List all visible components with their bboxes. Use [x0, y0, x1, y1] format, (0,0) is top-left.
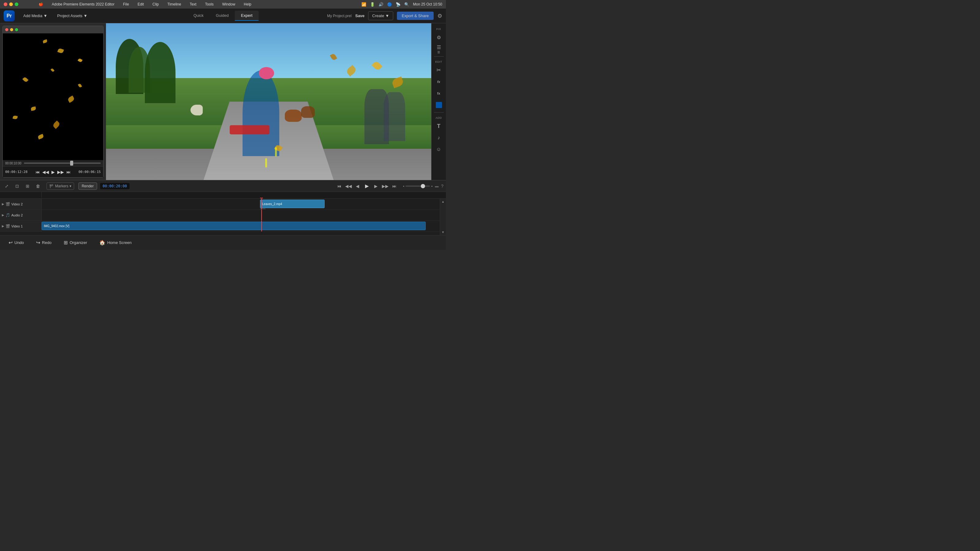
monitor-video — [3, 33, 103, 160]
add-media-button[interactable]: Add Media ▼ — [20, 12, 51, 20]
text-button[interactable]: T — [433, 121, 445, 132]
monitor-forward-end-button[interactable]: ⏭ — [66, 169, 72, 175]
home-screen-button[interactable]: 🏠 Home Screen — [95, 238, 135, 247]
panels-button[interactable]: ☰ ☰ — [433, 43, 445, 54]
fx-text-icon: fx — [438, 92, 441, 95]
tl-play-button[interactable]: ▶ — [363, 182, 371, 191]
timeline-zoom-slider[interactable] — [406, 186, 430, 187]
timeline-tool-3[interactable]: ⊞ — [23, 182, 32, 191]
music-button[interactable]: ♪ — [433, 132, 445, 143]
track-content-video1[interactable]: IMG_9402.mov [V] — [41, 221, 446, 232]
track-video-icon-1: 🎬 — [5, 224, 10, 229]
tl-go-end-button[interactable]: ⏭ — [390, 182, 399, 191]
clip-leaves-icon: ✕ — [260, 208, 266, 210]
timeline-menu[interactable]: Timeline — [165, 2, 183, 7]
timeline-tool-2[interactable]: ⊡ — [13, 182, 21, 191]
clip-leaves-2[interactable]: Leaves_2.mp4 — [260, 200, 325, 208]
tl-back-button[interactable]: ◀ — [353, 182, 362, 191]
timeline-zoom-control: ▪ ▪ ▬ ? — [403, 184, 444, 189]
monitor-forward-button[interactable]: ▶▶ — [57, 169, 65, 175]
fx-script-button[interactable]: fx — [433, 76, 445, 87]
timeline-delete-button[interactable]: 🗑 — [34, 182, 42, 191]
fix-button[interactable]: ⚙ — [433, 32, 445, 43]
scroll-down-button[interactable]: ▼ — [440, 229, 446, 235]
tl-prev-frame-button[interactable]: ◀◀ — [344, 182, 353, 191]
color-button[interactable] — [433, 100, 445, 111]
scroll-up-button[interactable]: ▲ — [440, 198, 446, 205]
preview-image — [106, 23, 431, 180]
project-assets-button[interactable]: Project Assets ▼ — [54, 12, 91, 20]
zoom-out-icon[interactable]: ▪ — [403, 184, 404, 188]
track-name-video1: Video 1 — [11, 224, 23, 228]
save-button[interactable]: Save — [355, 13, 364, 18]
track-video-icon-2: 🎬 — [5, 202, 10, 206]
scrubber-track[interactable] — [24, 162, 101, 164]
timeline-scroll[interactable]: ▲ ▼ — [440, 198, 446, 235]
fx-text-button[interactable]: fx — [433, 88, 445, 99]
monitor-rewind-start-button[interactable]: ⏮ — [35, 169, 40, 175]
monitor-rewind-button[interactable]: ◀◀ — [41, 169, 49, 175]
help-menu[interactable]: Help — [242, 2, 253, 7]
track-expand-video2[interactable]: ▶ — [2, 202, 4, 206]
tl-go-start-button[interactable]: ⏮ — [335, 182, 344, 191]
clip-menu[interactable]: Clip — [151, 2, 161, 7]
file-menu[interactable]: File — [121, 2, 131, 7]
track-content-video2[interactable]: Leaves_2.mp4 ✕ — [41, 198, 446, 210]
mac-titlebar: 🍎 Adobe Premiere Elements 2022 Editor Fi… — [0, 0, 446, 9]
markers-button[interactable]: 🏴 Markers ▾ — [46, 183, 74, 190]
monitor-scrubber[interactable]: 00:00:10:00 — [3, 160, 103, 166]
mode-expert-button[interactable]: Expert — [235, 11, 259, 21]
track-expand-audio2[interactable]: ▶ — [2, 213, 4, 217]
scrubber-playhead[interactable] — [70, 161, 73, 166]
timeline-timecode[interactable]: 00:00:20:00 — [100, 183, 129, 189]
minimize-button[interactable] — [9, 2, 13, 6]
mode-guided-button[interactable]: Guided — [210, 11, 235, 21]
markers-icon: 🏴 — [49, 184, 54, 188]
track-row-video2: ▶ 🎬 Video 2 Leaves_2.mp4 ✕ — [0, 198, 446, 210]
home-screen-label: Home Screen — [107, 240, 131, 245]
mac-status-icons: 📶🔋🔊🔵📡🔍 — [361, 2, 409, 7]
clip-img-9402[interactable]: IMG_9402.mov [V] — [41, 222, 426, 230]
undo-button[interactable]: ↩ Undo — [5, 238, 27, 247]
monitor-controls: 00:00:12:28 ⏮ ◀◀ ▶ ▶▶ ⏭ 00:00:06:15 — [3, 166, 103, 177]
monitor-max[interactable] — [15, 28, 18, 31]
sidebar-divider-1 — [434, 56, 444, 57]
redo-button[interactable]: ↪ Redo — [32, 238, 55, 247]
edit-menu[interactable]: Edit — [136, 2, 146, 7]
app-toolbar: Pr Add Media ▼ Project Assets ▼ Quick Gu… — [0, 9, 446, 23]
fix-icon: ⚙ — [437, 35, 441, 40]
scissors-button[interactable]: ✂ — [433, 65, 445, 76]
timeline-tracks: ▶ 🎬 Video 2 Leaves_2.mp4 ✕ — [0, 198, 446, 235]
monitor-play-button[interactable]: ▶ — [51, 169, 56, 175]
color-icon — [436, 102, 442, 108]
toolbar-left: Add Media ▼ Project Assets ▼ — [20, 12, 91, 20]
mode-quick-button[interactable]: Quick — [188, 11, 210, 21]
tl-next-frame-button[interactable]: ▶▶ — [381, 182, 390, 191]
tools-menu[interactable]: Tools — [203, 2, 215, 7]
timeline-section: ⤢ ⊡ ⊞ 🗑 🏴 Markers ▾ Render 00:00:20:00 ⏮… — [0, 180, 446, 235]
close-button[interactable] — [4, 2, 7, 6]
text-menu[interactable]: Text — [188, 2, 198, 7]
settings-icon[interactable]: ⚙ — [438, 13, 442, 19]
organizer-button[interactable]: ⊞ Organizer — [60, 238, 91, 247]
zoom-in-icon[interactable]: ▪ — [431, 184, 433, 188]
timeline-tool-1[interactable]: ⤢ — [2, 182, 11, 191]
face-button[interactable]: ☺ — [433, 144, 445, 155]
create-button[interactable]: Create ▼ — [368, 11, 393, 20]
apple-menu[interactable]: 🍎 — [37, 2, 45, 7]
track-content-audio2[interactable] — [41, 210, 446, 221]
monitor-min[interactable] — [10, 28, 13, 31]
export-share-button[interactable]: Export & Share — [397, 12, 434, 20]
zoom-slider-handle[interactable] — [421, 184, 425, 188]
window-menu[interactable]: Window — [220, 2, 237, 7]
traffic-lights[interactable] — [4, 2, 18, 6]
render-label: Render — [82, 184, 94, 188]
tl-forward-button[interactable]: ▶ — [372, 182, 380, 191]
track-expand-video1[interactable]: ▶ — [2, 224, 4, 228]
maximize-button[interactable] — [15, 2, 18, 6]
timeline-help-icon[interactable]: ? — [441, 184, 444, 189]
render-button[interactable]: Render — [78, 183, 97, 190]
timeline-ruler: 00:00:00:00 00:00:04:29 00:00:09:29 00:0… — [0, 192, 446, 198]
monitor-close[interactable] — [5, 28, 8, 31]
app-name-menu[interactable]: Adobe Premiere Elements 2022 Editor — [50, 2, 116, 7]
